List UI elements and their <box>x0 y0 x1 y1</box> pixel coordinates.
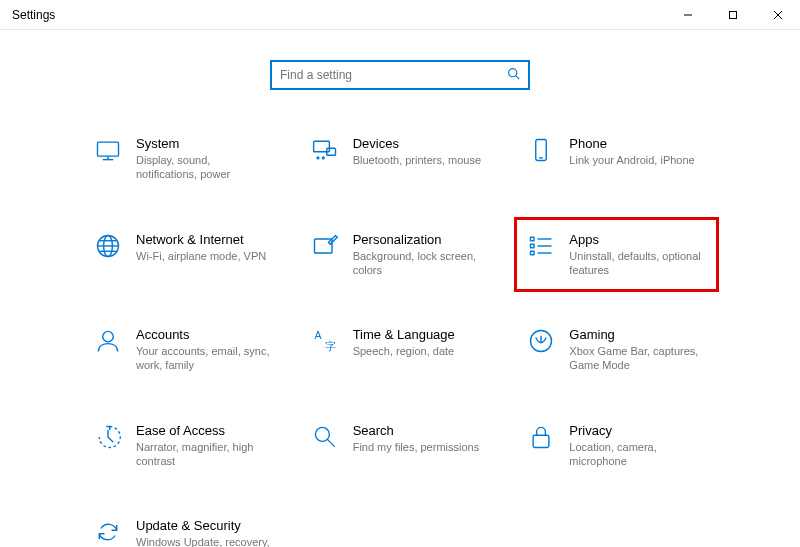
settings-item-network[interactable]: Network & Internet Wi-Fi, airplane mode,… <box>90 226 277 284</box>
settings-item-search[interactable]: Search Find my files, permissions <box>307 417 494 475</box>
item-text: Search Find my files, permissions <box>353 423 490 454</box>
item-text: Personalization Background, lock screen,… <box>353 232 490 278</box>
item-text: Time & Language Speech, region, date <box>353 327 490 358</box>
svg-rect-1 <box>729 11 736 18</box>
settings-home: System Display, sound, notifications, po… <box>0 30 800 547</box>
accounts-icon <box>94 327 122 355</box>
item-title: Network & Internet <box>136 232 273 247</box>
svg-rect-33 <box>533 435 549 447</box>
settings-item-phone[interactable]: Phone Link your Android, iPhone <box>523 130 710 188</box>
maximize-icon <box>728 10 738 20</box>
item-text: Ease of Access Narrator, magnifier, high… <box>136 423 273 469</box>
titlebar: Settings <box>0 0 800 30</box>
system-icon <box>94 136 122 164</box>
settings-item-privacy[interactable]: Privacy Location, camera, microphone <box>523 417 710 475</box>
svg-rect-22 <box>531 244 535 248</box>
close-button[interactable] <box>755 0 800 30</box>
svg-line-32 <box>327 439 334 446</box>
time-language-icon: A字 <box>311 327 339 355</box>
item-desc: Background, lock screen, colors <box>353 249 490 278</box>
item-desc: Narrator, magnifier, high contrast <box>136 440 273 469</box>
search-icon <box>507 67 520 83</box>
settings-item-apps[interactable]: Apps Uninstall, defaults, optional featu… <box>523 226 710 284</box>
settings-grid: System Display, sound, notifications, po… <box>90 130 710 547</box>
item-title: Update & Security <box>136 518 273 533</box>
item-title: Apps <box>569 232 706 247</box>
settings-item-gaming[interactable]: Gaming Xbox Game Bar, captures, Game Mod… <box>523 321 710 379</box>
ease-of-access-icon <box>94 423 122 451</box>
personalization-icon <box>311 232 339 260</box>
item-text: Update & Security Windows Update, recove… <box>136 518 273 547</box>
svg-point-12 <box>322 157 324 159</box>
svg-rect-21 <box>531 237 535 241</box>
svg-text:A: A <box>314 329 321 341</box>
settings-item-time-language[interactable]: A字 Time & Language Speech, region, date <box>307 321 494 379</box>
item-text: Phone Link your Android, iPhone <box>569 136 706 167</box>
settings-item-devices[interactable]: Devices Bluetooth, printers, mouse <box>307 130 494 188</box>
svg-rect-23 <box>531 251 535 255</box>
search-category-icon <box>311 423 339 451</box>
svg-point-4 <box>509 69 517 77</box>
apps-icon <box>527 232 555 260</box>
network-icon <box>94 232 122 260</box>
close-icon <box>773 10 783 20</box>
item-desc: Bluetooth, printers, mouse <box>353 153 490 167</box>
item-title: Accounts <box>136 327 273 342</box>
item-title: Gaming <box>569 327 706 342</box>
item-text: Accounts Your accounts, email, sync, wor… <box>136 327 273 373</box>
item-title: Search <box>353 423 490 438</box>
update-security-icon <box>94 518 122 546</box>
item-title: Time & Language <box>353 327 490 342</box>
item-desc: Link your Android, iPhone <box>569 153 706 167</box>
item-text: Network & Internet Wi-Fi, airplane mode,… <box>136 232 273 263</box>
settings-item-update-security[interactable]: Update & Security Windows Update, recove… <box>90 512 277 547</box>
item-desc: Windows Update, recovery, backup <box>136 535 273 547</box>
item-desc: Your accounts, email, sync, work, family <box>136 344 273 373</box>
item-title: Ease of Access <box>136 423 273 438</box>
item-desc: Xbox Game Bar, captures, Game Mode <box>569 344 706 373</box>
item-desc: Display, sound, notifications, power <box>136 153 273 182</box>
item-text: Apps Uninstall, defaults, optional featu… <box>569 232 706 278</box>
gaming-icon <box>527 327 555 355</box>
search-input[interactable] <box>280 68 507 82</box>
minimize-button[interactable] <box>665 0 710 30</box>
item-title: Personalization <box>353 232 490 247</box>
svg-line-5 <box>516 76 519 79</box>
item-title: Phone <box>569 136 706 151</box>
item-title: Devices <box>353 136 490 151</box>
item-title: System <box>136 136 273 151</box>
maximize-button[interactable] <box>710 0 755 30</box>
item-desc: Uninstall, defaults, optional features <box>569 249 706 278</box>
minimize-icon <box>683 10 693 20</box>
svg-point-11 <box>317 157 319 159</box>
svg-rect-6 <box>98 142 119 156</box>
item-title: Privacy <box>569 423 706 438</box>
item-text: Privacy Location, camera, microphone <box>569 423 706 469</box>
search-container <box>90 60 710 90</box>
item-desc: Wi-Fi, airplane mode, VPN <box>136 249 273 263</box>
search-box[interactable] <box>270 60 530 90</box>
item-desc: Speech, region, date <box>353 344 490 358</box>
settings-item-personalization[interactable]: Personalization Background, lock screen,… <box>307 226 494 284</box>
settings-item-accounts[interactable]: Accounts Your accounts, email, sync, wor… <box>90 321 277 379</box>
svg-point-27 <box>103 332 114 343</box>
window-title: Settings <box>12 8 55 22</box>
item-text: Gaming Xbox Game Bar, captures, Game Mod… <box>569 327 706 373</box>
item-text: System Display, sound, notifications, po… <box>136 136 273 182</box>
item-desc: Location, camera, microphone <box>569 440 706 469</box>
settings-item-system[interactable]: System Display, sound, notifications, po… <box>90 130 277 188</box>
devices-icon <box>311 136 339 164</box>
privacy-icon <box>527 423 555 451</box>
svg-text:字: 字 <box>325 340 336 352</box>
window-controls <box>665 0 800 30</box>
phone-icon <box>527 136 555 164</box>
settings-item-ease-of-access[interactable]: Ease of Access Narrator, magnifier, high… <box>90 417 277 475</box>
svg-point-31 <box>315 427 329 441</box>
item-desc: Find my files, permissions <box>353 440 490 454</box>
item-text: Devices Bluetooth, printers, mouse <box>353 136 490 167</box>
